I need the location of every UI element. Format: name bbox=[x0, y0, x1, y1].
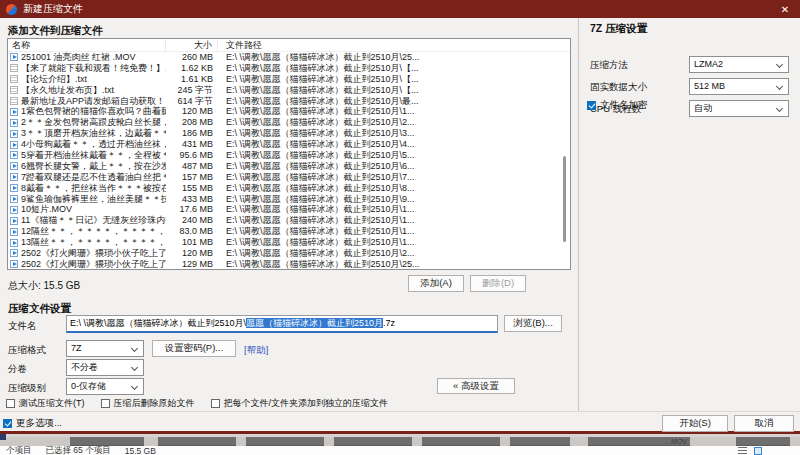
file-list[interactable]: 名称 大小 文件路径 251001 油亮肉丝 红裙 .MOV260 MBE:\ … bbox=[7, 38, 571, 270]
file-row[interactable]: 【永久地址发布页】.txt245 字节E:\ \调教\愿愿（猫猫碎冰冰）截止到2… bbox=[8, 85, 570, 96]
file-row[interactable]: 7蹬着双腿还是忍不住透着油白丝把＊＊＊了.MOV157 MBE:\ \调教\愿愿… bbox=[8, 172, 570, 183]
thumbnail-view-icon[interactable] bbox=[754, 447, 762, 455]
filename-label: 文件名 bbox=[8, 320, 37, 333]
background-window-button[interactable] bbox=[736, 437, 790, 446]
option-checkbox[interactable]: 把每个文件/文件夹添加到独立的压缩文件 bbox=[211, 397, 389, 410]
file-name: 最新地址及APP请发邮箱自动获取！！！.txt bbox=[21, 96, 166, 107]
video-file-icon bbox=[10, 260, 18, 268]
file-path: E:\ \调教\愿愿（猫猫碎冰冰）截止到2510月\1... bbox=[218, 215, 570, 226]
file-row[interactable]: 251001 油亮肉丝 红裙 .MOV260 MBE:\ \调教\愿愿（猫猫碎冰… bbox=[8, 52, 570, 63]
background-window-button-mov[interactable]: …MOV bbox=[588, 437, 690, 446]
column-header-path[interactable]: 文件路径 bbox=[218, 39, 570, 52]
file-size: 245 字节 bbox=[166, 85, 218, 96]
file-row[interactable]: 1紫色包臀裙的猫猫你喜欢吗？曲着腿戴着＊＊...120 MBE:\ \调教\愿愿… bbox=[8, 106, 570, 117]
dialog-titlebar[interactable]: 新建压缩文件 ✕ bbox=[0, 0, 800, 18]
video-file-icon bbox=[10, 206, 18, 214]
settings-pane: 7Z 压缩设置 压缩方法 LZMA2 固实数据大小 512 MB CPU 线程数… bbox=[578, 18, 800, 411]
file-row[interactable]: 13隔丝＊＊，＊＊＊＊，＊＊＊＊，＊＊超级2...101 MBE:\ \调教\愿… bbox=[8, 237, 570, 248]
solid-size-dropdown[interactable]: 512 MB bbox=[689, 78, 789, 95]
text-file-icon bbox=[10, 75, 18, 83]
level-dropdown[interactable]: 0-仅存储 bbox=[66, 378, 144, 395]
file-name: 4小母狗戴着＊＊，透过开档油丝袜，主动＊＊... bbox=[21, 139, 166, 150]
file-size: 83.0 MB bbox=[166, 226, 218, 237]
file-row[interactable]: 6翘臀长腿女警，戴上＊＊，按在沙发上＊＊＊...487 MBE:\ \调教\愿愿… bbox=[8, 161, 570, 172]
list-view-icon[interactable] bbox=[738, 447, 747, 454]
background-window-button[interactable] bbox=[158, 437, 236, 446]
start-button[interactable]: 开始(S) bbox=[662, 415, 728, 432]
video-file-icon bbox=[10, 195, 18, 203]
file-row[interactable]: 2＊＊金发包臀裙高跟皮靴白丝长腿，没有男人...208 MBE:\ \调教\愿愿… bbox=[8, 117, 570, 128]
video-file-icon bbox=[10, 130, 18, 138]
file-size: 260 MB bbox=[166, 52, 218, 63]
file-size: 1.61 KB bbox=[166, 74, 218, 85]
volume-dropdown[interactable]: 不分卷 bbox=[66, 359, 144, 376]
background-window-button[interactable] bbox=[334, 437, 412, 446]
file-path: E:\ \调教\愿愿（猫猫碎冰冰）截止到2510月\3... bbox=[218, 128, 570, 139]
file-path: E:\ \调教\愿愿（猫猫碎冰冰）截止到2510月\8... bbox=[218, 183, 570, 194]
column-header-name[interactable]: 名称 bbox=[8, 39, 166, 52]
cancel-button[interactable]: 取消 bbox=[734, 415, 794, 432]
file-row[interactable]: 2502《灯火阑珊》猥琐小伙子吃上了天鹅肉！1...120 MBE:\ \调教\… bbox=[8, 248, 570, 259]
cpu-threads-dropdown[interactable]: 自动 bbox=[689, 100, 789, 117]
file-path: E:\ \调教\愿愿（猫猫碎冰冰）截止到2510月\25... bbox=[218, 52, 570, 63]
file-size: 120 MB bbox=[166, 248, 218, 259]
file-size: 157 MB bbox=[166, 172, 218, 183]
column-header-size[interactable]: 大小 bbox=[166, 39, 218, 52]
encrypt-filenames-checkbox[interactable]: 文件名加密 bbox=[587, 99, 648, 112]
status-selected-count: 已选择 65 个项目 bbox=[46, 445, 111, 455]
set-password-button[interactable]: 设置密码(P)... bbox=[152, 340, 236, 357]
option-checkbox-label: 把每个文件/文件夹添加到独立的压缩文件 bbox=[224, 397, 389, 410]
background-window-button[interactable] bbox=[246, 437, 324, 446]
list-scrollbar-thumb[interactable] bbox=[563, 156, 566, 242]
format-label: 压缩格式 bbox=[8, 344, 46, 357]
file-name: 【论坛介绍】.txt bbox=[21, 74, 87, 85]
add-button[interactable]: 添加(A) bbox=[408, 275, 464, 292]
file-path: E:\ \调教\愿愿（猫猫碎冰冰）截止到2510月\7... bbox=[218, 172, 570, 183]
background-window-button[interactable] bbox=[510, 437, 570, 446]
file-row[interactable]: 2502《灯火阑珊》猥琐小伙子吃上了天鹅肉！2...129 MBE:\ \调教\… bbox=[8, 259, 570, 270]
file-size: 433 MB bbox=[166, 194, 218, 205]
file-path: E:\ \调教\愿愿（猫猫碎冰冰）截止到2510月\5... bbox=[218, 150, 570, 161]
file-row[interactable]: 8戴着＊＊，把丝袜当作＊＊＊被按在沙发上抽...155 MBE:\ \调教\愿愿… bbox=[8, 183, 570, 194]
file-size: 1.62 KB bbox=[166, 63, 218, 74]
video-file-icon bbox=[10, 184, 18, 192]
video-file-icon bbox=[10, 53, 18, 61]
option-checkbox-label: 压缩后删除原始文件 bbox=[114, 397, 195, 410]
option-checkbox[interactable]: 压缩后删除原始文件 bbox=[101, 397, 195, 410]
background-window-button[interactable] bbox=[422, 437, 500, 446]
file-size: 186 MB bbox=[166, 128, 218, 139]
file-row[interactable]: 3＊＊顶磨开档灰油丝袜，边戴着＊＊边被＊＊...186 MBE:\ \调教\愿愿… bbox=[8, 128, 570, 139]
file-row[interactable]: 9鲨鱼瑜伽裤裤里丝，油丝美腿＊＊技术很厉害...433 MBE:\ \调教\愿愿… bbox=[8, 194, 570, 205]
file-row[interactable]: 10短片.MOV17.6 MBE:\ \调教\愿愿（猫猫碎冰冰）截止到2510月… bbox=[8, 204, 570, 215]
file-path: E:\ \调教\愿愿（猫猫碎冰冰）截止到2510月\【... bbox=[218, 63, 570, 74]
option-checkbox[interactable]: 测试压缩文件(T) bbox=[6, 397, 85, 410]
checkbox-unchecked-icon bbox=[211, 399, 220, 408]
text-file-icon bbox=[10, 97, 18, 105]
method-dropdown[interactable]: LZMA2 bbox=[689, 56, 789, 73]
close-icon[interactable]: ✕ bbox=[770, 0, 800, 18]
filename-input[interactable]: E:\ \调教\愿愿（猫猫碎冰冰）截止到2510月\愿愿（猫猫碎冰冰）截止到25… bbox=[66, 315, 498, 333]
checkbox-unchecked-icon bbox=[101, 399, 110, 408]
file-row[interactable]: 5穿着开档油丝袜戴着＊＊，全程被＊＊＊＊流...95.6 MBE:\ \调教\愿… bbox=[8, 150, 570, 161]
status-items-count: 个项目 bbox=[6, 445, 32, 455]
video-file-icon bbox=[10, 249, 18, 257]
file-rows: 251001 油亮肉丝 红裙 .MOV260 MBE:\ \调教\愿愿（猫猫碎冰… bbox=[8, 52, 570, 270]
status-selected-size: 15.5 GB bbox=[125, 446, 156, 455]
video-file-icon bbox=[10, 228, 18, 236]
more-options-checkbox[interactable]: 更多选项... bbox=[3, 417, 62, 430]
options-checkbox-row: 测试压缩文件(T)压缩后删除原始文件把每个文件/文件夹添加到独立的压缩文件 bbox=[6, 397, 388, 410]
file-row[interactable]: 【论坛介绍】.txt1.61 KBE:\ \调教\愿愿（猫猫碎冰冰）截止到251… bbox=[8, 74, 570, 85]
file-row[interactable]: 【来了就能下载和观看！纯免费！】.txt1.62 KBE:\ \调教\愿愿（猫猫… bbox=[8, 63, 570, 74]
file-row[interactable]: 11《猫猫＊＊日记》无缝灰丝珍珠内裤.MOV240 MBE:\ \调教\愿愿（猫… bbox=[8, 215, 570, 226]
format-dropdown[interactable]: 7Z bbox=[66, 340, 144, 357]
advanced-settings-button[interactable]: « 高级设置 bbox=[437, 378, 515, 394]
help-link[interactable]: [帮助] bbox=[244, 344, 268, 357]
delete-button[interactable]: 删除(D) bbox=[470, 275, 526, 292]
browse-button[interactable]: 浏览(B)... bbox=[504, 315, 562, 332]
video-file-icon bbox=[10, 141, 18, 149]
encrypt-filenames-label: 文件名加密 bbox=[600, 99, 648, 112]
file-row[interactable]: 12隔丝＊＊，＊＊＊＊，＊＊＊＊，＊＊超级1...83.0 MBE:\ \调教\… bbox=[8, 226, 570, 237]
volume-label: 分卷 bbox=[8, 363, 27, 376]
file-row[interactable]: 最新地址及APP请发邮箱自动获取！！！.txt614 字节E:\ \调教\愿愿（… bbox=[8, 96, 570, 107]
file-row[interactable]: 4小母狗戴着＊＊，透过开档油丝袜，主动＊＊...431 MBE:\ \调教\愿愿… bbox=[8, 139, 570, 150]
